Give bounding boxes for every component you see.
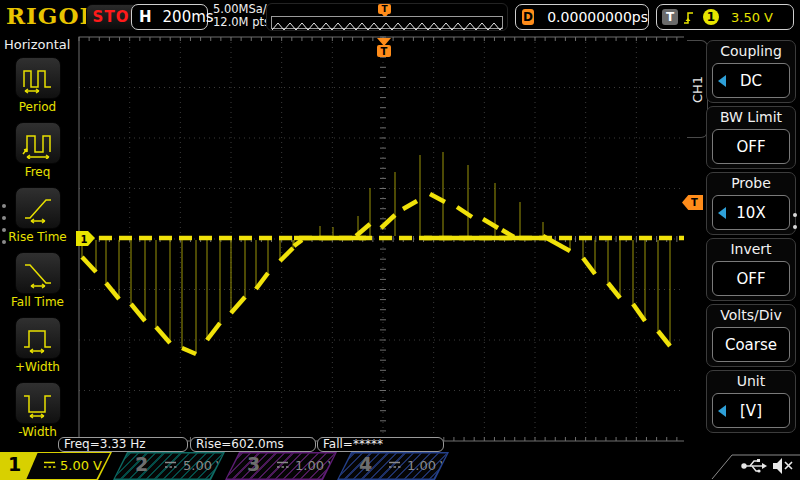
waveform-display: T1 — [75, 33, 695, 445]
left-menu-scroll-dots — [2, 196, 6, 252]
left-menu-item-period[interactable]: Period — [0, 57, 75, 114]
menu-item-value-text: OFF — [736, 138, 765, 156]
menu-item-value-text: Coarse — [725, 336, 777, 354]
menu-item-probe[interactable]: Probe10X — [706, 172, 796, 235]
speaker-muted-icon — [773, 458, 792, 474]
left-arrow-icon — [718, 207, 726, 219]
ch1-level-marker[interactable]: 1 — [76, 231, 95, 246]
channel-slot-3[interactable]: 31.00 V — [225, 452, 337, 480]
rise-time-icon — [20, 192, 56, 224]
channel-slot-2[interactable]: 25.00 V — [113, 452, 225, 480]
dc-coupling-icon — [44, 461, 56, 469]
menu-item-label: Coupling — [707, 41, 795, 61]
menu-item-bw-limit[interactable]: BW LimitOFF — [706, 106, 796, 169]
plus-width-icon — [20, 322, 56, 354]
left-menu-item--width[interactable]: -Width — [0, 382, 75, 439]
channel-number: 1 — [8, 453, 21, 475]
left-menu-item-label: Fall Time — [0, 295, 75, 309]
display-markers: T1 — [76, 38, 391, 246]
channel-status-bar: 15.00 V25.00 V31.00 V41.00 V — [0, 452, 800, 480]
freq-button[interactable] — [15, 122, 61, 164]
svg-text:1: 1 — [81, 234, 88, 245]
menu-item-label: Volts/Div — [707, 305, 795, 325]
fall-time-icon — [20, 257, 56, 289]
trigger-source-badge: 1 — [703, 9, 719, 25]
menu-item-value-text: [V] — [740, 402, 762, 420]
minus-width-icon — [20, 387, 56, 419]
menu-item-value[interactable]: OFF — [712, 129, 790, 164]
-width-button[interactable] — [15, 317, 61, 359]
left-arrow-icon — [718, 405, 726, 417]
channel-volts-per-div: 5.00 V — [183, 458, 225, 473]
period-button[interactable] — [15, 57, 61, 99]
channel-number: 2 — [135, 453, 148, 475]
trigger-level-value: 3.50 V — [731, 10, 773, 25]
left-menu-item-label: Period — [0, 100, 75, 114]
dc-coupling-icon — [277, 461, 289, 469]
channel-slot-1[interactable]: 15.00 V — [0, 452, 112, 480]
menu-item-value[interactable]: [V] — [712, 393, 790, 428]
left-menu-item-fall-time[interactable]: Fall Time — [0, 252, 75, 309]
menu-item-value[interactable]: DC — [712, 63, 790, 98]
menu-item-value[interactable]: Coarse — [712, 327, 790, 362]
channel-volts-per-div: 5.00 V — [60, 458, 102, 473]
left-menu-item-label: +Width — [0, 360, 75, 374]
measurement-readout: Freq=3.33 Hz — [58, 437, 188, 452]
channel-number: 4 — [359, 453, 372, 475]
trigger-slope-icon — [683, 9, 698, 26]
timebase-value: 200ms — [163, 8, 214, 26]
menu-item-value[interactable]: 10X — [712, 195, 790, 230]
freq-icon — [20, 127, 56, 159]
menu-item-label: Probe — [707, 173, 795, 193]
waveform-memory-preview: T — [266, 3, 508, 31]
system-icons — [710, 452, 800, 480]
left-menu-title: Horizontal — [0, 33, 75, 52]
menu-item-value-text: 10X — [736, 204, 765, 222]
-width-button[interactable] — [15, 382, 61, 424]
oscilloscope-screen: RIGOL STOP H 200ms 5.00MSa/s 12.0M pts T… — [0, 0, 800, 480]
brand-logo: RIGOL — [6, 2, 97, 29]
measurement-readout: Rise=602.0ms — [190, 437, 316, 452]
channel-tab: CH1 — [687, 40, 708, 138]
trigger-badge: T — [662, 9, 678, 25]
left-arrow-icon — [718, 75, 726, 87]
menu-item-volts-div[interactable]: Volts/DivCoarse — [706, 304, 796, 367]
left-menu-item--width[interactable]: +Width — [0, 317, 75, 374]
svg-text:T: T — [381, 46, 388, 57]
channel-settings-menu: CH1 CouplingDCBW LimitOFFProbe10XInvertO… — [684, 33, 800, 447]
delay-badge: D — [522, 9, 534, 25]
menu-item-value-text: OFF — [736, 270, 765, 288]
left-menu-item-rise-time[interactable]: Rise Time — [0, 187, 75, 244]
preview-waveform — [272, 21, 502, 32]
channel-slot-4[interactable]: 41.00 V — [337, 452, 449, 480]
rise-time-button[interactable] — [15, 187, 61, 229]
horizontal-label: H — [139, 8, 152, 26]
left-menu-item-freq[interactable]: Freq — [0, 122, 75, 179]
trigger-position-marker[interactable]: T — [377, 38, 391, 57]
memory-window — [271, 16, 503, 29]
menu-item-unit[interactable]: Unit[V] — [706, 370, 796, 433]
trigger-position-flag: T — [378, 4, 391, 14]
delay-box: D 0.00000000ps — [515, 4, 649, 30]
measurement-readout: Fall=***** — [317, 437, 444, 452]
left-measure-menu: Horizontal PeriodFreqRise TimeFall Time+… — [0, 33, 75, 447]
menu-item-value[interactable]: OFF — [712, 261, 790, 296]
horizontal-timebase-box[interactable]: H 200ms — [131, 4, 208, 30]
fall-time-button[interactable] — [15, 252, 61, 294]
menu-item-label: BW Limit — [707, 107, 795, 127]
sample-rate-block: 5.00MSa/s 12.0M pts — [213, 3, 273, 29]
period-icon — [20, 62, 56, 94]
dc-coupling-icon — [165, 461, 177, 469]
channel-volts-per-div: 1.00 V — [407, 458, 449, 473]
menu-item-label: Unit — [707, 371, 795, 391]
top-status-bar: RIGOL STOP H 200ms 5.00MSa/s 12.0M pts T… — [0, 0, 800, 33]
menu-item-coupling[interactable]: CouplingDC — [706, 40, 796, 103]
delay-value: 0.00000000ps — [547, 9, 648, 25]
right-menu-scroll-dots — [793, 205, 797, 237]
menu-item-invert[interactable]: InvertOFF — [706, 238, 796, 301]
usb-icon — [742, 459, 767, 473]
menu-item-value-text: DC — [740, 72, 762, 90]
ch1-glitch-spikes — [82, 152, 670, 354]
channel-volts-per-div: 1.00 V — [295, 458, 337, 473]
memory-depth: 12.0M pts — [213, 16, 273, 29]
